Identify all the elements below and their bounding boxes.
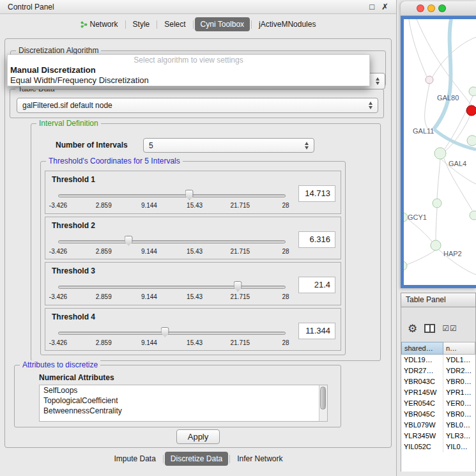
tab-discretize-data[interactable]: Discretize Data: [165, 452, 228, 466]
tick-label: -3.426: [49, 248, 67, 255]
network-edge[interactable]: [409, 19, 427, 77]
table-header-row: shared…n…: [401, 342, 475, 355]
scrollbar-thumb[interactable]: [320, 387, 326, 410]
zoom-button[interactable]: [438, 4, 446, 12]
network-node[interactable]: [470, 211, 476, 220]
slider-handle[interactable]: [125, 236, 133, 246]
network-edge[interactable]: [425, 84, 429, 129]
network-edge[interactable]: [434, 19, 451, 129]
apply-button[interactable]: Apply: [176, 429, 220, 444]
threshold-value-field[interactable]: 6.316: [298, 231, 335, 248]
threshold-slider[interactable]: [58, 189, 286, 201]
dropdown-option-manual-discretization[interactable]: Manual Discretization: [8, 65, 369, 75]
table-cell: YIL0…: [443, 441, 475, 452]
table-row[interactable]: YIL052CYIL0…: [401, 441, 475, 452]
tick-label: 9.144: [141, 248, 157, 255]
network-edge[interactable]: [437, 159, 440, 199]
tab-cyni-toolbox[interactable]: Cyni Toolbox: [195, 17, 250, 31]
settings-gear-icon[interactable]: ⚙: [408, 323, 417, 334]
network-edge[interactable]: [432, 37, 476, 78]
algorithm-dropdown-popup: Select algorithm to view settings Manual…: [7, 54, 370, 86]
table-cell: YBR045C: [401, 409, 443, 420]
table-row[interactable]: YPR145WYPR1…: [401, 387, 475, 398]
numerical-attributes-label: Numerical Attributes: [39, 373, 114, 382]
table-row[interactable]: YLR345WYLR3…: [401, 431, 475, 441]
threshold-value-field[interactable]: 21.4: [298, 277, 335, 293]
slider-handle[interactable]: [234, 281, 242, 291]
table-row[interactable]: YDR27…YDR2…: [401, 365, 475, 376]
restore-icon[interactable]: □: [369, 3, 374, 11]
slider-ticks: -3.4262.8599.14415.4321.71528: [58, 339, 286, 347]
threshold-slider[interactable]: [58, 280, 286, 292]
table-row[interactable]: YDL19…YDL1…: [401, 355, 475, 365]
attribute-item-selfloops[interactable]: SelfLoops: [40, 385, 327, 395]
tab-label: Style: [133, 20, 150, 29]
attributes-scrollbar[interactable]: [319, 385, 327, 421]
tick-label: 21.715: [231, 248, 250, 255]
network-node[interactable]: [469, 87, 476, 96]
network-edge[interactable]: [405, 250, 435, 265]
tab-jactivemnodules[interactable]: jActiveMNodules: [253, 17, 321, 31]
slider-ticks: -3.4262.8599.14415.4321.71528: [58, 293, 286, 301]
attributes-group: Attributes to discretize Numerical Attri…: [14, 365, 341, 427]
network-edge[interactable]: [417, 19, 472, 105]
slider-handle[interactable]: [161, 327, 169, 337]
minimize-button[interactable]: [427, 4, 435, 12]
threshold-value-field[interactable]: 11.344: [298, 323, 335, 339]
network-node[interactable]: [431, 240, 441, 250]
threshold-label: Threshold 2: [52, 221, 95, 230]
number-of-intervals-value: 5: [144, 141, 302, 150]
select-rows-icon[interactable]: ☑☑: [442, 324, 457, 333]
slider-ticks: -3.4262.8599.14415.4321.71528: [58, 202, 286, 210]
table-row[interactable]: YBR043CYBR0…: [401, 376, 475, 387]
network-node[interactable]: [433, 199, 441, 208]
network-view-window: GAL80GAL11GAL4GCY1HAP2: [401, 1, 476, 288]
tab-select[interactable]: Select: [158, 17, 191, 31]
network-canvas[interactable]: GAL80GAL11GAL4GCY1HAP2: [404, 19, 476, 285]
dropdown-option-equal-width-frequency-discretization[interactable]: Equal Width/Frequency Discretization: [8, 75, 369, 86]
network-node[interactable]: [467, 135, 476, 146]
close-icon[interactable]: ✗: [381, 3, 388, 11]
tab-infer-network[interactable]: Infer Network: [231, 452, 288, 466]
table-cell: YDL1…: [443, 355, 475, 365]
network-node[interactable]: [434, 148, 446, 159]
network-node[interactable]: [466, 105, 476, 116]
number-of-intervals-combobox[interactable]: 5: [143, 138, 314, 153]
network-node[interactable]: [426, 76, 433, 84]
attribute-item-betweennesscentrality[interactable]: BetweennessCentrality: [40, 406, 327, 416]
table-row[interactable]: YBL079WYBL0…: [401, 420, 475, 431]
threshold-slider[interactable]: [58, 235, 286, 247]
tab-network[interactable]: Network: [75, 17, 124, 31]
attribute-item-topologicalcoefficient[interactable]: TopologicalCoefficient: [40, 395, 327, 406]
tick-label: 9.144: [141, 202, 157, 209]
threshold-value-field[interactable]: 14.713: [298, 185, 335, 202]
tab-impute-data[interactable]: Impute Data: [108, 452, 161, 466]
column-chooser-icon[interactable]: [424, 324, 435, 333]
table-rows: YDL19…YDL1…YDR27…YDR2…YBR043CYBR0…YPR145…: [401, 355, 475, 472]
table-row[interactable]: YBR045CYBR0…: [401, 409, 475, 420]
column-header-shared[interactable]: shared…: [401, 342, 443, 355]
attributes-group-label: Attributes to discretize: [20, 360, 100, 369]
network-node-label: GAL4: [449, 160, 466, 167]
tick-label: -3.426: [49, 339, 67, 346]
table-data-combobox[interactable]: galFiltered.sif default node: [17, 98, 378, 113]
tick-label: 2.859: [96, 202, 112, 209]
table-row[interactable]: YER054CYER0…: [401, 398, 475, 409]
threshold-panel-3: Threshold 3-3.4262.8599.14415.4321.71528…: [45, 262, 341, 305]
tick-label: 2.859: [96, 293, 112, 300]
table-cell: YER0…: [443, 398, 475, 409]
network-node[interactable]: [404, 261, 407, 270]
close-button[interactable]: [417, 4, 424, 12]
tab-separator: [229, 455, 230, 463]
tab-style[interactable]: Style: [127, 17, 156, 31]
network-edge[interactable]: [436, 208, 437, 240]
tick-label: 28: [282, 339, 289, 346]
column-header-n[interactable]: n…: [443, 342, 475, 355]
combo-arrows-icon: [372, 77, 383, 85]
control-panel-titlebar: Control Panel □ ✗: [0, 0, 396, 14]
attributes-items: SelfLoopsTopologicalCoefficientBetweenne…: [40, 385, 327, 416]
slider-handle[interactable]: [185, 190, 194, 200]
network-edge[interactable]: [407, 219, 432, 242]
threshold-slider[interactable]: [58, 326, 286, 338]
tick-label: 21.715: [231, 202, 250, 209]
